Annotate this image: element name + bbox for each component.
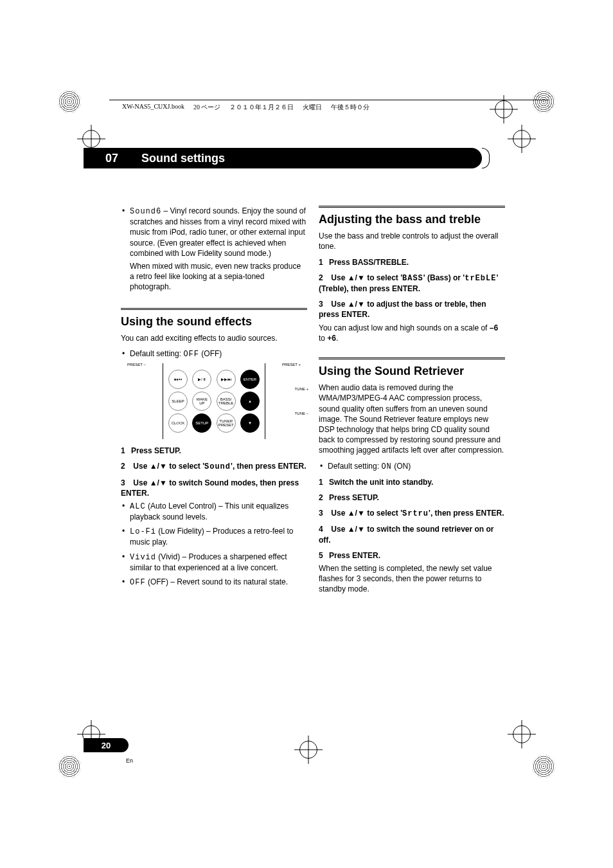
bass-end: .: [336, 334, 338, 343]
eff-step1-txt: Press SETUP.: [131, 446, 181, 455]
eff-s3a: Use: [133, 478, 149, 487]
vivid-seg: Vivid: [130, 553, 156, 562]
eff-step2: 2 Use ▲/▼ to select 'Sound', then press …: [121, 461, 307, 472]
ret-s3c: ', then press ENTER.: [429, 509, 504, 518]
ret-step4: 4 Use ▲/▼ to switch the sound retriever …: [319, 524, 505, 545]
chapter-title: Sound settings: [118, 152, 225, 165]
reg-cross-tr: [508, 125, 536, 153]
arrows-b2: ▲/▼: [348, 273, 365, 282]
eff-step3: 3 Use ▲/▼ to switch Sound modes, then pr…: [121, 478, 307, 498]
bass-hi: +6: [327, 334, 336, 343]
eff-s2b: to select ': [167, 462, 204, 471]
arrows-b3: ▲/▼: [348, 300, 365, 309]
effects-default-label: Default setting:: [130, 349, 183, 358]
ret-def-label: Default setting:: [328, 462, 381, 471]
bass-heading: Adjusting the bass and treble: [319, 212, 505, 227]
eff-s2a: Use: [133, 462, 149, 471]
mode-alc: ALC (Auto Level Control) – This unit equ…: [130, 501, 307, 522]
section-rule: [121, 308, 307, 310]
mode-off: OFF (OFF) – Revert sound to its natural …: [130, 577, 307, 588]
effects-default: Default setting: OFF (OFF): [130, 348, 307, 359]
bass-note1: You can adjust low and high sounds on a …: [319, 323, 490, 332]
eff-s2seg: Sound: [204, 462, 231, 471]
bass-s2a: Use: [331, 273, 347, 282]
eff-s2c: ', then press ENTER.: [231, 462, 306, 471]
lofi-seg: Lo-Fi: [130, 527, 156, 536]
bass-step2: 2 Use ▲/▼ to select 'BASS' (Bass) or 'tr…: [319, 273, 505, 294]
arrows-r4: ▲/▼: [348, 525, 365, 534]
bass-s3a: Use: [331, 300, 347, 309]
alc-seg: ALC: [130, 502, 146, 511]
page-lang: En: [126, 757, 133, 764]
label-tune-minus: TUNE –: [295, 411, 308, 416]
ret-s3b: to select ': [365, 509, 402, 518]
mode-vivid: Vivid (Vivid) – Produces a sharpened eff…: [130, 552, 307, 573]
bass-s2b: to select ': [365, 273, 402, 282]
chapter-bar: 07 Sound settings: [84, 148, 482, 168]
sound6-desc2: When mixed with music, even new tracks p…: [130, 262, 301, 291]
btn-enter: ENTER: [240, 370, 260, 389]
ret-step3: 3 Use ▲/▼ to select 'Srtru', then press …: [319, 508, 505, 519]
retriever-heading: Using the Sound Retriever: [319, 363, 505, 379]
ret-s3a: Use: [331, 509, 347, 518]
arrows-3: ▲/▼: [150, 478, 167, 487]
header-file: XW-NAS5_CUXJ.book: [122, 103, 184, 112]
arrows-2: ▲/▼: [150, 462, 167, 471]
label-tune-plus: TUNE +: [294, 386, 308, 392]
bass-rule: [319, 206, 505, 208]
bass-intro: Use the bass and treble controls to adju…: [319, 231, 505, 251]
eff-step1: 1Press SETUP.: [121, 446, 307, 456]
header-weekday: 火曜日: [303, 103, 322, 112]
ret-s2: Press SETUP.: [329, 493, 379, 502]
header-page-jp: 20 ページ: [193, 103, 221, 112]
reg-mark-br: [532, 755, 555, 778]
ret-step2: 2Press SETUP.: [319, 493, 505, 503]
btn-bass: BASS/ TREBLE: [217, 392, 236, 411]
reg-mark-bl: [58, 755, 81, 778]
mode-lofi: Lo-Fi (Low Fidelity) – Produces a retro-…: [130, 526, 307, 547]
chapter-bracket: [482, 148, 490, 168]
bass-s2c: ' (Bass) or ': [423, 273, 465, 282]
header-time: 午後５時０分: [331, 103, 369, 112]
btn-clock: CLOCK: [168, 413, 188, 433]
chapter-number: 07: [84, 152, 118, 165]
ret-s4a: Use: [331, 525, 347, 534]
page-number-pill: 20: [84, 738, 129, 752]
retriever-default: Default setting: ON (ON): [328, 461, 505, 472]
ret-step1: 1Switch the unit into standby.: [319, 477, 505, 487]
ret-s1: Switch the unit into standby.: [329, 478, 433, 487]
btn-next: ▶▶⏭: [217, 370, 236, 389]
off-seg: OFF: [130, 578, 146, 587]
reg-cross-bc: [294, 736, 323, 764]
effects-default-seg: OFF: [183, 350, 199, 359]
left-column: Sound6 – Vinyl record sounds. Enjoy the …: [121, 206, 307, 592]
ret-def-seg: ON: [381, 462, 391, 471]
ret-s5: Press ENTER.: [329, 551, 380, 560]
reg-cross-br: [508, 720, 536, 748]
btn-sleep: SLEEP: [168, 392, 188, 411]
header-rule: [109, 100, 549, 100]
header-meta: XW-NAS5_CUXJ.book 20 ページ ２０１０年１月２６日 火曜日 …: [122, 103, 542, 112]
arrows-r3: ▲/▼: [348, 509, 365, 518]
retriever-rule: [319, 357, 505, 359]
off-txt: (OFF) – Revert sound to its natural stat…: [146, 577, 288, 586]
btn-up: ▲: [240, 392, 260, 411]
alc-txt: (Auto Level Control) – This unit equaliz…: [130, 502, 289, 521]
btn-down: ▼: [240, 413, 260, 433]
effects-default-paren: (OFF): [201, 349, 222, 358]
bass-step3: 3 Use ▲/▼ to adjust the bass or treble, …: [319, 299, 505, 320]
bass-lo: –6: [490, 323, 498, 332]
right-column: Adjusting the bass and treble Use the ba…: [319, 206, 505, 599]
header-date-jp: ２０１０年１月２６日: [229, 103, 294, 112]
bass-step1: 1Press BASS/TREBLE.: [319, 257, 505, 267]
ret-s3seg: Srtru: [402, 509, 429, 518]
effects-intro: You can add exciting effects to audio so…: [121, 333, 307, 343]
sound6-seg: Sound6: [130, 207, 161, 216]
bass-s1: Press BASS/TREBLE.: [329, 258, 409, 267]
ret-def-paren: (ON): [394, 462, 411, 471]
retriever-outro: When the setting is completed, the newly…: [319, 563, 505, 595]
remote-diagram: PRESET – PRESET + TUNE + TUNE – ⏮◀◀ ▶/⏸ …: [121, 363, 307, 439]
bass-s2seg: BASS: [402, 274, 423, 283]
bass-mid: to: [319, 334, 327, 343]
btn-play: ▶/⏸: [192, 370, 211, 389]
